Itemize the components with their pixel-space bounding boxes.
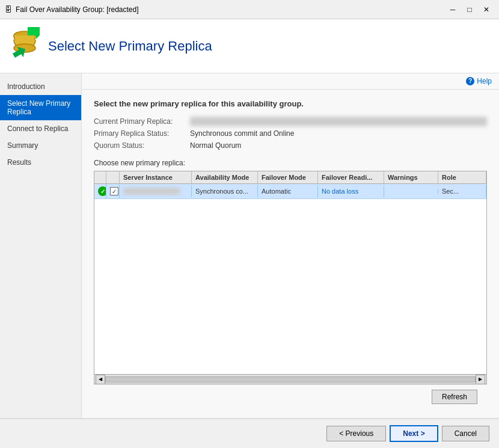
row-failover-mode: Automatic (258, 185, 318, 197)
content-inner: Select the new primary replica for this … (82, 90, 499, 418)
col-header-readiness: Failover Readi... (318, 171, 384, 183)
col-header-server: Server Instance (120, 171, 192, 183)
scroll-left-button[interactable]: ◀ (96, 375, 105, 384)
horizontal-scrollbar[interactable]: ◀ ▶ (94, 374, 486, 384)
minimize-button[interactable]: ─ (445, 3, 461, 16)
sidebar-item-summary[interactable]: Summary (0, 137, 81, 154)
replica-table: Server Instance Availability Mode Failov… (94, 171, 487, 384)
row-role: Sec... (438, 185, 486, 197)
previous-button[interactable]: < Previous (326, 426, 386, 441)
main-content: Introduction Select New Primary Replica … (0, 73, 499, 418)
next-button[interactable]: Next > (390, 425, 438, 442)
bottom-bar: Refresh (94, 384, 487, 408)
close-button[interactable]: ✕ (479, 3, 494, 16)
maximize-button[interactable]: □ (462, 3, 477, 16)
current-primary-value: ██████████████ (190, 117, 487, 126)
refresh-button[interactable]: Refresh (432, 390, 477, 404)
section-title: Select the new primary replica for this … (94, 99, 487, 108)
table-header: Server Instance Availability Mode Failov… (94, 171, 486, 184)
help-circle-icon: ? (466, 77, 474, 85)
primary-status-label: Primary Replica Status: (94, 129, 190, 138)
select-checkbox[interactable]: ✓ (110, 187, 118, 195)
header-icon-area (10, 27, 40, 65)
content-area: ? Help Select the new primary replica fo… (82, 73, 499, 418)
help-bar: ? Help (82, 73, 499, 90)
sidebar: Introduction Select New Primary Replica … (0, 73, 82, 418)
green-check-icon: ✓ (98, 186, 106, 196)
table-row[interactable]: ✓ ✓ ████████████ Synchronous co... Autom… (94, 184, 486, 199)
col-header-failover: Failover Mode (258, 171, 318, 183)
header-section: Select New Primary Replica (0, 19, 499, 73)
title-bar: 🗄 Fail Over Availability Group: [redacte… (0, 0, 499, 19)
database-icon (10, 27, 40, 63)
col-header-warnings: Warnings (384, 171, 438, 183)
sidebar-item-connect-replica[interactable]: Connect to Replica (0, 120, 81, 137)
row-failover-readiness: No data loss (318, 185, 384, 197)
col-header-role: Role (438, 171, 486, 183)
sidebar-item-introduction[interactable]: Introduction (0, 78, 81, 95)
row-availability-mode: Synchronous co... (192, 185, 258, 197)
quorum-value: Normal Quorum (190, 141, 487, 150)
window-title: Fail Over Availability Group: [redacted] (16, 5, 139, 14)
row-warnings (384, 189, 438, 194)
table-empty-area (94, 199, 486, 374)
help-link[interactable]: ? Help (466, 77, 492, 85)
title-bar-left: 🗄 Fail Over Availability Group: [redacte… (5, 5, 139, 14)
col-header-checkbox (106, 171, 120, 183)
row-check-icon: ✓ (94, 184, 106, 198)
choose-label: Choose new primary replica: (94, 159, 487, 167)
scrollbar-track[interactable] (105, 376, 476, 382)
current-primary-label: Current Primary Replica: (94, 117, 190, 126)
page-title: Select New Primary Replica (48, 38, 212, 54)
col-header-avail: Availability Mode (192, 171, 258, 183)
quorum-label: Quorum Status: (94, 141, 190, 150)
row-checkbox[interactable]: ✓ (106, 185, 120, 198)
scroll-right-button[interactable]: ▶ (476, 375, 485, 384)
info-grid: Current Primary Replica: ██████████████ … (94, 117, 487, 150)
app-icon: 🗄 (5, 5, 12, 14)
primary-status-value: Synchronous commit and Online (190, 129, 487, 138)
cancel-button[interactable]: Cancel (442, 426, 489, 441)
row-server-instance: ████████████ (120, 185, 192, 197)
footer: < Previous Next > Cancel (0, 418, 499, 448)
title-bar-controls: ─ □ ✕ (445, 3, 494, 16)
sidebar-item-results[interactable]: Results (0, 154, 81, 171)
col-header-check-icon (94, 171, 106, 183)
sidebar-item-select-replica[interactable]: Select New Primary Replica (0, 95, 81, 120)
